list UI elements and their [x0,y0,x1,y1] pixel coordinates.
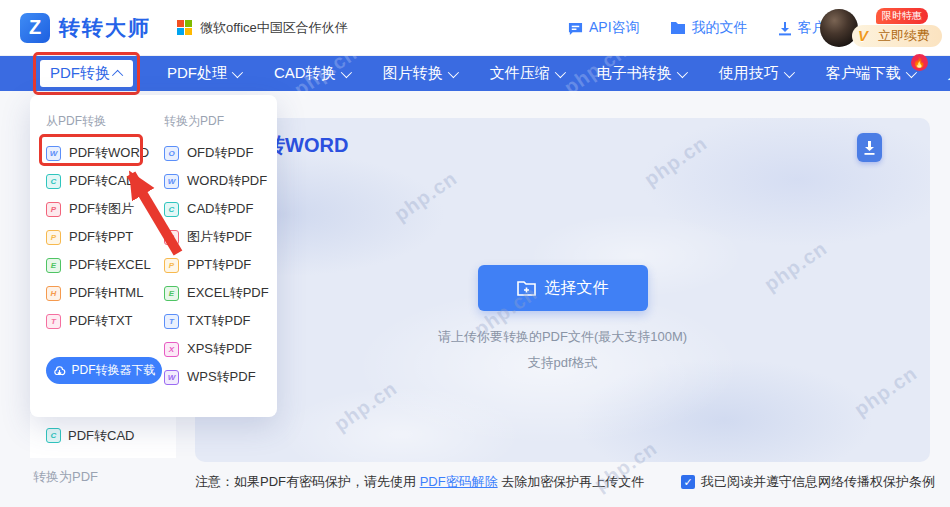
upload-hint: 请上传你要转换的PDF文件(最大支持100M) [438,328,687,346]
file-type-icon: P [164,230,179,245]
dropdown-item-pdf-to-txt[interactable]: T PDF转TXT [46,307,150,335]
nav-item-image-convert[interactable]: 图片转换 [383,64,456,83]
dropdown-item-xps-to-pdf[interactable]: X XPS转PDF [164,335,277,363]
folder-plus-icon [517,280,536,296]
site-logo[interactable]: Z 转转大师 [20,13,151,43]
file-type-icon: E [46,258,61,273]
vip-icon: V [858,27,868,44]
format-hint: 支持pdf格式 [527,354,597,372]
dropdown-item-ppt-to-pdf[interactable]: P PPT转PDF [164,251,277,279]
download-icon [778,21,792,36]
agreement-checkbox[interactable]: ✓ [681,475,695,489]
dropdown-column-header: 转换为PDF [164,113,277,131]
main-nav: PDF转换 PDF处理 CAD转换 图片转换 文件压缩 电子书转换 使用技巧 客… [0,56,950,91]
dropdown-item-word-to-pdf[interactable]: W WORD转PDF [164,167,277,195]
vip-renew-label: 立即续费 [878,27,930,45]
dropdown-item-pdf-to-html[interactable]: H PDF转HTML [46,279,150,307]
file-type-icon: W [164,370,179,385]
file-type-icon: P [164,258,179,273]
site-title: 转转大师 [59,14,151,42]
chevron-down-icon [340,66,351,77]
pdf-convert-dropdown: 从PDF转换 W PDF转WORD C PDF转CAD P PDF转图片 P P… [30,95,277,417]
nav-item-pdf-convert[interactable]: PDF转换 [40,60,133,87]
file-type-icon: C [164,202,179,217]
dropdown-item-wps-to-pdf[interactable]: W WPS转PDF [164,363,277,391]
vip-renew-button[interactable]: V 立即续费 [852,25,942,47]
dropdown-item-image-to-pdf[interactable]: P 图片转PDF [164,223,277,251]
nav-item-ebook-convert[interactable]: 电子书转换 [597,64,685,83]
download-app-icon[interactable] [857,133,882,162]
api-consult-link[interactable]: API咨询 [568,19,640,37]
chat-icon [568,21,583,36]
dropdown-item-cad-to-pdf[interactable]: C CAD转PDF [164,195,277,223]
file-type-icon: E [164,286,179,301]
my-files-link[interactable]: 我的文件 [670,19,748,37]
agreement-label: 我已阅读并遵守信息网络传播权保护条例 [701,473,935,491]
chevron-up-icon [112,69,123,80]
nav-label: PDF转换 [50,64,110,83]
chevron-down-icon [783,66,794,77]
nav-label: 图片转换 [383,64,443,83]
nav-item-pdf-process[interactable]: PDF处理 [167,64,240,83]
dropdown-item-pdf-to-excel[interactable]: E PDF转EXCEL [46,251,150,279]
password-note: 注意：如果PDF有密码保护，请先使用 PDF密码解除 去除加密保护再上传文件 [195,473,644,491]
note-text: 去除加密保护再上传文件 [498,474,645,489]
dropdown-item-txt-to-pdf[interactable]: T TXT转PDF [164,307,277,335]
fire-icon: 🔥 [911,54,928,71]
file-type-icon: T [46,314,61,329]
promo-badge: 限时特惠 [876,8,928,24]
chevron-down-icon [676,66,687,77]
file-type-icon: C [46,428,61,443]
nav-item-file-compress[interactable]: 文件压缩 [490,64,563,83]
file-type-icon: X [164,342,179,357]
dropdown-item-pdf-to-cad[interactable]: C PDF转CAD [46,167,150,195]
chevron-down-icon [232,66,243,77]
pdf-converter-download-button[interactable]: PDF转换器下载 [46,357,162,384]
dropdown-column-header: 从PDF转换 [46,113,150,131]
file-type-icon: H [46,286,61,301]
file-type-icon: O [164,146,179,161]
nav-label: 使用技巧 [719,64,779,83]
logo-z-icon: Z [20,13,50,43]
dropdown-item-pdf-to-image[interactable]: P PDF转图片 [46,195,150,223]
sidebar-item-pdf-to-cad[interactable]: C PDF转CAD [30,413,176,458]
nav-label: 电子书转换 [597,64,672,83]
user-avatar[interactable] [820,9,858,47]
choose-file-button[interactable]: 选择文件 [478,265,648,311]
nav-label: PDF处理 [167,64,227,83]
dropdown-item-excel-to-pdf[interactable]: E EXCEL转PDF [164,279,277,307]
dropdown-item-pdf-to-word[interactable]: W PDF转WORD [46,139,150,167]
chevron-down-icon [447,66,458,77]
converter-download-label: PDF转换器下载 [72,362,156,379]
upload-panel: PDF转WORD 选择文件 请上传你要转换的PDF文件(最大支持100M) 支持… [195,118,930,462]
file-type-icon: P [46,230,61,245]
nav-item-tips[interactable]: 使用技巧 [719,64,792,83]
file-type-icon: P [46,202,61,217]
dropdown-item-pdf-to-ppt[interactable]: P PDF转PPT [46,223,150,251]
microsoft-partner: 微软office中国区合作伙伴 [177,19,348,37]
nav-label: 文件压缩 [490,64,550,83]
file-type-icon: W [46,146,61,161]
file-type-icon: C [46,174,61,189]
folder-icon [670,21,686,35]
microsoft-logo-icon [177,20,192,35]
download-arrow-icon [863,140,876,156]
cloud-download-icon [53,365,66,377]
api-consult-label: API咨询 [589,19,640,37]
dropdown-item-ofd-to-pdf[interactable]: O OFD转PDF [164,139,277,167]
choose-file-label: 选择文件 [545,278,609,299]
header: Z 转转大师 微软office中国区合作伙伴 API咨询 我的文件 客户端 V … [0,0,950,56]
file-type-icon: W [164,174,179,189]
pdf-password-remove-link[interactable]: PDF密码解除 [420,474,498,489]
nav-item-cad-convert[interactable]: CAD转换 [274,64,349,83]
sidebar-item-label: PDF转CAD [68,427,134,445]
partner-text: 微软office中国区合作伙伴 [200,19,348,37]
nav-item-client-download[interactable]: 客户端下载 🔥 [826,64,914,83]
chevron-down-icon [554,66,565,77]
my-files-label: 我的文件 [692,19,748,37]
sidebar-section-to-pdf: 转换为PDF [33,468,98,486]
note-text: 注意：如果PDF有密码保护，请先使用 [195,474,420,489]
file-type-icon: T [164,314,179,329]
nav-label: 客户端下载 [826,64,901,83]
nav-label: CAD转换 [274,64,336,83]
